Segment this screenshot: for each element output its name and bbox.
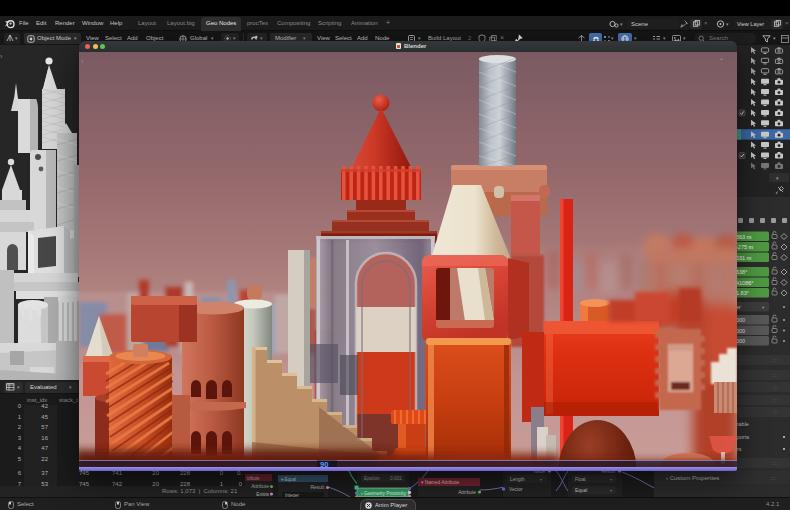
svg-text:::::: :::: bbox=[772, 460, 778, 466]
svg-text:::::: :::: bbox=[770, 475, 776, 481]
svg-text:›: › bbox=[81, 57, 84, 66]
svg-text:::::: :::: bbox=[772, 372, 778, 378]
svg-text:▾: ▾ bbox=[610, 488, 612, 493]
svg-text:Result: Result bbox=[310, 485, 324, 490]
svg-text:0.001: 0.001 bbox=[390, 476, 402, 481]
svg-text:ports: ports bbox=[737, 434, 749, 440]
svg-text:::::: :::: bbox=[772, 397, 778, 403]
svg-text:563 m: 563 m bbox=[736, 234, 752, 240]
svg-text:⌄: ⌄ bbox=[719, 55, 724, 61]
svg-text:Vector: Vector bbox=[509, 487, 523, 492]
svg-text:table: table bbox=[737, 421, 749, 427]
svg-text:000: 000 bbox=[736, 338, 745, 344]
svg-text:::::: :::: bbox=[772, 384, 778, 390]
svg-text:▾ Named Attribute: ▾ Named Attribute bbox=[421, 480, 459, 485]
svg-text:rs: rs bbox=[737, 446, 742, 452]
svg-text:› Custom Properties: › Custom Properties bbox=[666, 475, 719, 481]
svg-text:031 m: 031 m bbox=[736, 255, 752, 261]
svg-text:41086°: 41086° bbox=[736, 280, 754, 286]
svg-text:::::: :::: bbox=[772, 409, 778, 415]
svg-text:-275 m: -275 m bbox=[736, 244, 754, 250]
svg-text:Attribute: Attribute bbox=[251, 484, 269, 489]
svg-text:000: 000 bbox=[736, 317, 745, 323]
svg-text:::::: :::: bbox=[772, 357, 778, 363]
svg-text:638°: 638° bbox=[736, 269, 747, 275]
svg-text:▾ Equal: ▾ Equal bbox=[281, 477, 296, 482]
svg-text:1.83°: 1.83° bbox=[736, 290, 749, 296]
svg-text:Epsilon: Epsilon bbox=[364, 476, 380, 481]
svg-text:▾: ▾ bbox=[540, 477, 542, 482]
svg-text:Attribute: Attribute bbox=[458, 490, 476, 495]
svg-text:›: › bbox=[0, 53, 3, 60]
svg-text:tribute: tribute bbox=[247, 476, 260, 481]
svg-text:› Geometry Proximity: › Geometry Proximity bbox=[361, 491, 407, 496]
svg-text:Exists: Exists bbox=[256, 492, 269, 497]
svg-text:Length: Length bbox=[510, 477, 525, 482]
svg-text:Float: Float bbox=[575, 477, 586, 482]
svg-text:Equal: Equal bbox=[575, 488, 587, 493]
svg-text:000: 000 bbox=[736, 328, 745, 334]
svg-text:▾: ▾ bbox=[610, 477, 612, 482]
